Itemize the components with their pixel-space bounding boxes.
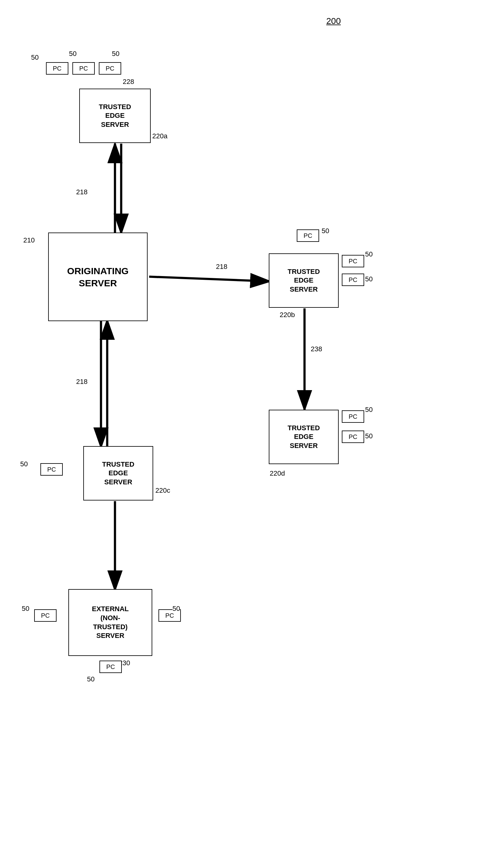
label-228: 228 <box>123 78 134 86</box>
pc-220a-1: PC <box>46 62 68 75</box>
node-external: EXTERNAL(NON-TRUSTED)SERVER <box>68 589 152 656</box>
pc-220b-right2: PC <box>342 274 364 286</box>
label-220d: 220d <box>270 470 285 477</box>
pc-external-bottom: PC <box>100 661 122 673</box>
label-50-220d-right1: 50 <box>365 406 373 414</box>
node-originating: ORIGINATINGSERVER <box>48 232 148 321</box>
label-218-top: 218 <box>76 188 88 196</box>
label-50-220b-right1: 50 <box>365 250 373 258</box>
node-220d: TRUSTEDEDGESERVER <box>269 410 339 464</box>
pc-220b-right1: PC <box>342 255 364 267</box>
label-50-220b-top: 50 <box>322 227 329 235</box>
label-50-220a-1: 50 <box>31 53 38 61</box>
label-220a: 220a <box>152 132 167 140</box>
label-50-220d-right2: 50 <box>365 432 373 440</box>
node-220c: TRUSTEDEDGESERVER <box>83 446 153 500</box>
label-220c: 220c <box>155 487 170 495</box>
label-50-external-left: 50 <box>22 605 29 613</box>
label-218-bottom: 218 <box>76 378 88 386</box>
node-220b: TRUSTEDEDGESERVER <box>269 253 339 308</box>
node-220a: TRUSTEDEDGESERVER <box>79 89 151 143</box>
pc-external-left: PC <box>34 609 57 622</box>
diagram-number: 200 <box>326 16 341 26</box>
pc-220c-left: PC <box>40 463 63 476</box>
diagram-arrows <box>0 0 504 844</box>
label-218-right: 218 <box>216 263 228 271</box>
diagram: 200 TRUSTEDEDGESERVER 220a PC 50 PC 50 P… <box>0 0 504 844</box>
node-220b-label: TRUSTEDEDGESERVER <box>288 267 320 294</box>
node-220c-label: TRUSTEDEDGESERVER <box>102 460 134 487</box>
pc-220a-2: PC <box>72 62 95 75</box>
pc-220d-right2: PC <box>342 430 364 443</box>
label-50-220b-right2: 50 <box>365 275 373 283</box>
pc-220d-right1: PC <box>342 410 364 423</box>
label-50-220a-3: 50 <box>112 50 119 58</box>
svg-line-2 <box>149 277 270 281</box>
pc-220a-3: PC <box>99 62 121 75</box>
label-50-220a-2: 50 <box>69 50 76 58</box>
label-50-external-right: 50 <box>173 605 180 613</box>
node-220a-label: TRUSTEDEDGESERVER <box>99 103 131 129</box>
label-220b: 220b <box>280 311 295 319</box>
originating-label: ORIGINATINGSERVER <box>67 265 129 289</box>
label-210: 210 <box>23 236 35 244</box>
label-238: 238 <box>311 345 322 353</box>
label-50-220c-left: 50 <box>20 460 28 468</box>
external-label: EXTERNAL(NON-TRUSTED)SERVER <box>92 605 129 640</box>
node-220d-label: TRUSTEDEDGESERVER <box>288 424 320 451</box>
pc-220b-top: PC <box>297 229 319 242</box>
label-50-external-bottom: 50 <box>87 675 94 683</box>
